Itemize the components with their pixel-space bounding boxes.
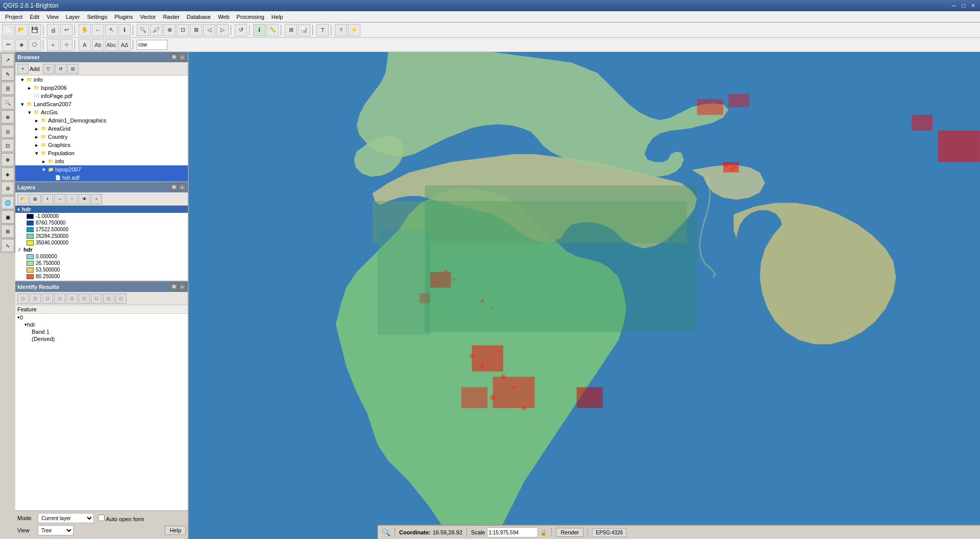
layers-remove-btn[interactable]: − [54, 194, 65, 204]
zoom-next-btn[interactable]: ▷ [216, 24, 229, 36]
menu-item-edit[interactable]: Edit [27, 13, 42, 21]
maximize-btn[interactable]: □ [960, 2, 967, 9]
open-project-btn[interactable]: 📂 [15, 24, 28, 36]
layers-group-btn[interactable]: ⊞ [30, 194, 41, 204]
strip-btn-12[interactable]: ▣ [1, 210, 14, 224]
map-area[interactable]: 🔍 Coordinate: 16.56,26.92 Scale 🔒 Render… [189, 52, 980, 539]
feature-tree-row[interactable]: Band 1 [15, 328, 188, 335]
identify-tb2[interactable]: □ [30, 293, 41, 304]
browser-collapse-btn[interactable]: ⊟ [67, 64, 79, 74]
menu-item-view[interactable]: View [43, 13, 62, 21]
label3-btn[interactable]: Ab [92, 39, 104, 51]
about-btn[interactable]: ⚡ [348, 24, 360, 36]
help-button[interactable]: Help [165, 526, 186, 535]
layers-close-btn[interactable]: × [179, 184, 186, 191]
zoom-prev-btn[interactable]: ◁ [203, 24, 215, 36]
browser-tree-item[interactable]: 📄infoPage.pdf [15, 92, 188, 100]
feature-tree-row[interactable]: (Derived) [15, 335, 188, 342]
menu-item-help[interactable]: Help [268, 13, 286, 21]
new-project-btn[interactable]: 📄 [2, 24, 14, 36]
label-btn[interactable]: T [316, 24, 329, 36]
layer-row[interactable]: ▾hdr [15, 206, 188, 213]
strip-btn-5[interactable]: ⊕ [1, 110, 14, 124]
zoom-selection-btn[interactable]: ⊠ [190, 24, 202, 36]
add-feat-btn[interactable]: + [47, 39, 59, 51]
identify-tb8[interactable]: □ [103, 293, 114, 304]
view-select[interactable]: Tree Table Graph [38, 525, 74, 535]
identify-tb6[interactable]: □ [79, 293, 90, 304]
strip-btn-11[interactable]: 🌐 [1, 196, 14, 209]
help-btn[interactable]: ? [335, 24, 347, 36]
zoom-in-btn[interactable]: 🔍 [137, 24, 149, 36]
zoom-layer-btn[interactable]: ⊡ [177, 24, 189, 36]
pan-left-btn[interactable]: ← [92, 24, 104, 36]
zoom-full-btn[interactable]: ⊕ [163, 24, 176, 36]
auto-open-checkbox[interactable] [98, 514, 105, 521]
identify-btn[interactable]: ℹ [118, 24, 131, 36]
zoom-out-btn[interactable]: 🔎 [150, 24, 162, 36]
tile-btn[interactable]: ⊞ [285, 24, 297, 36]
label4-btn[interactable]: Abc [105, 39, 117, 51]
browser-filter-btn[interactable]: ▽ [43, 64, 54, 74]
strip-btn-14[interactable]: ∿ [1, 239, 14, 252]
strip-btn-9[interactable]: ◈ [1, 167, 14, 181]
strip-btn-6[interactable]: ◎ [1, 125, 14, 138]
layers-add-btn[interactable]: + [42, 194, 53, 204]
identify-tb3[interactable]: □ [42, 293, 53, 304]
strip-btn-13[interactable]: ⊞ [1, 225, 14, 238]
undo-btn[interactable]: ↩ [60, 24, 72, 36]
measure-btn[interactable]: 📏 [266, 24, 279, 36]
browser-tree-item[interactable]: ▸📁AreaGrid [15, 125, 188, 133]
browser-tree-item[interactable]: ▾📁Population [15, 149, 188, 157]
strip-btn-4[interactable]: 🔍 [1, 96, 14, 109]
identify-tb9[interactable]: □ [115, 293, 127, 304]
layers-delete-btn[interactable]: × [91, 194, 102, 204]
epsg-label[interactable]: EPSG:4326 [592, 528, 626, 537]
browser-add-btn[interactable]: + [17, 64, 29, 74]
identify-float-btn[interactable]: ⧉ [170, 283, 178, 290]
menu-item-settings[interactable]: Settings [84, 13, 110, 21]
browser-tree-item[interactable]: ▸📁Country [15, 133, 188, 141]
identify-features-btn[interactable]: ℹ [253, 24, 265, 36]
menu-item-database[interactable]: Database [184, 13, 214, 21]
browser-tree-item[interactable]: ▾📁ArcGis [15, 108, 188, 116]
move-feat-btn[interactable]: ⊹ [60, 39, 72, 51]
browser-tree-item[interactable]: 📄hdr.adf [15, 174, 188, 181]
save-project-btn[interactable]: 💾 [29, 24, 41, 36]
browser-float-btn[interactable]: ⧉ [170, 54, 178, 61]
menu-item-layer[interactable]: Layer [63, 13, 83, 21]
browser-tree-item[interactable]: ▸📁Admin1_Demographics [15, 116, 188, 125]
edit-btn[interactable]: ✏ [2, 39, 14, 51]
layer-row[interactable]: ✗hdr [15, 246, 188, 253]
menu-item-project[interactable]: Project [2, 13, 26, 21]
scale-input[interactable] [487, 527, 538, 537]
mode-select[interactable]: Current layer Top down All layers [38, 513, 94, 523]
browser-refresh-btn[interactable]: ↺ [55, 64, 66, 74]
browser-tree-item[interactable]: ▸📁lspop2006 [15, 84, 188, 92]
pan-btn[interactable]: ✋ [79, 24, 91, 36]
browser-tree-item[interactable]: ▸📁info [15, 157, 188, 165]
identify-tb5[interactable]: □ [66, 293, 78, 304]
feature-tree-row[interactable]: ▾ hdr [15, 321, 188, 328]
refresh-btn[interactable]: ↺ [235, 24, 247, 36]
layers-float-btn[interactable]: ⧉ [170, 184, 178, 191]
print-btn[interactable]: 🖨 [47, 24, 59, 36]
render-button[interactable]: Render [556, 528, 583, 537]
feature-tree-row[interactable]: ▾ 0 [15, 314, 188, 321]
layers-up-btn[interactable]: ↑ [66, 194, 78, 204]
browser-tree-item[interactable]: ▾📁lspop2007 [15, 165, 188, 174]
label2-btn[interactable]: A [79, 39, 91, 51]
browser-tree-item[interactable]: ▸📁Graphics [15, 141, 188, 149]
menu-item-plugins[interactable]: Plugins [111, 13, 136, 21]
layers-open-btn[interactable]: 📂 [17, 194, 29, 204]
node-btn[interactable]: ◈ [15, 39, 28, 51]
menu-item-raster[interactable]: Raster [160, 13, 182, 21]
minimize-btn[interactable]: ─ [950, 2, 959, 9]
layers-toggle-btn[interactable]: 👁 [79, 194, 90, 204]
search-input[interactable] [137, 40, 167, 50]
strip-btn-10[interactable]: ⚙ [1, 182, 14, 195]
menu-item-vector[interactable]: Vector [137, 13, 159, 21]
select-btn[interactable]: ↖ [105, 24, 117, 36]
stat-btn[interactable]: 📊 [298, 24, 310, 36]
browser-tree-item[interactable]: ▾📁LandScan2007 [15, 100, 188, 108]
